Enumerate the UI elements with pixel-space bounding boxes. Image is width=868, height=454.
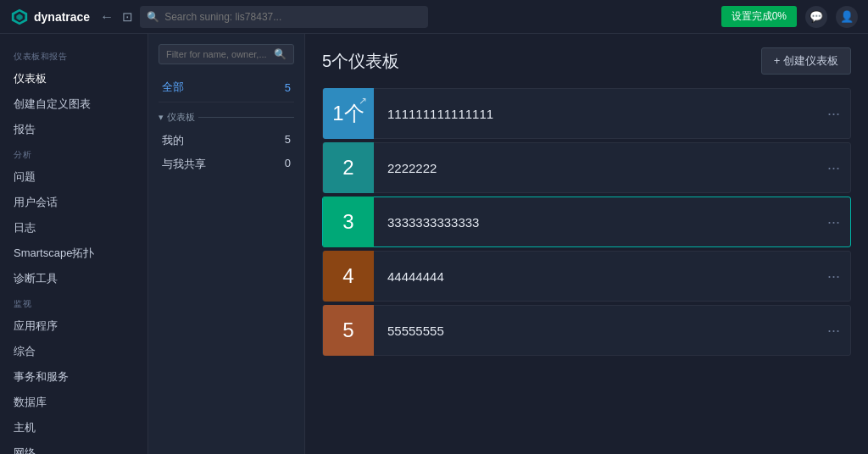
- topbar-nav-icons: ⊡: [122, 9, 133, 25]
- dashboard-menu-icon[interactable]: ···: [817, 213, 850, 231]
- dashboard-number: 4: [342, 264, 353, 288]
- sidebar-section-reports: 仪表板和报告: [0, 44, 147, 66]
- sidebar-item-apps[interactable]: 应用程序: [0, 313, 147, 339]
- filter-all-row[interactable]: 全部 5: [159, 76, 294, 102]
- dashboard-name: 3333333333333: [374, 215, 817, 230]
- dynatrace-logo-icon: [10, 8, 29, 26]
- sidebar-section-monitor: 监视: [0, 291, 147, 313]
- content-area: 🔍 全部 5 ▾ 仪表板 我的 5 与我共享 0: [148, 34, 868, 454]
- sidebar-item-dashboard[interactable]: 仪表板: [0, 66, 147, 91]
- search-bar[interactable]: 🔍: [140, 6, 428, 28]
- sidebar-item-issues[interactable]: 问题: [0, 164, 147, 190]
- sidebar-item-custom-chart[interactable]: 创建自定义图表: [0, 91, 147, 117]
- filter-my-label: 我的: [162, 133, 184, 148]
- sidebar-item-composite[interactable]: 综合: [0, 339, 147, 364]
- dashboard-number: 2: [342, 156, 353, 180]
- left-filter-panel: 🔍 全部 5 ▾ 仪表板 我的 5 与我共享 0: [148, 34, 305, 454]
- dashboard-item[interactable]: 4 44444444 ···: [322, 251, 851, 302]
- monitor-icon[interactable]: ⊡: [122, 9, 133, 25]
- filter-shared-row[interactable]: 与我共享 0: [159, 152, 294, 176]
- sidebar-item-network[interactable]: 网络: [0, 440, 147, 454]
- sidebar-item-database[interactable]: 数据库: [0, 390, 147, 415]
- chevron-down-icon: ▾: [159, 112, 164, 123]
- back-arrow-icon[interactable]: ←: [100, 9, 114, 25]
- dashboard-menu-icon[interactable]: ···: [817, 268, 850, 285]
- filter-shared-label: 与我共享: [162, 157, 206, 172]
- sidebar-item-logs[interactable]: 日志: [0, 215, 147, 241]
- sidebar-item-host[interactable]: 主机: [0, 415, 147, 440]
- right-header: 5个仪表板 + 创建仪表板: [322, 47, 851, 75]
- main-layout: 仪表板和报告 仪表板 创建自定义图表 报告 分析 问题 用户会话 日志 Smar…: [0, 34, 868, 454]
- page-title: 5个仪表板: [322, 50, 399, 73]
- dashboard-item[interactable]: 3 3333333333333 ···: [322, 197, 851, 247]
- filter-search-icon: 🔍: [274, 48, 287, 60]
- dashboard-item[interactable]: 5 55555555 ···: [322, 305, 851, 356]
- sidebar-item-report[interactable]: 报告: [0, 117, 147, 142]
- filter-input-wrap[interactable]: 🔍: [159, 44, 294, 64]
- dashboard-name: 111111111111111: [374, 107, 817, 121]
- dashboard-num-box: 2: [323, 142, 374, 193]
- dashboard-menu-icon[interactable]: ···: [817, 322, 850, 340]
- sidebar-item-diagnostics[interactable]: 诊断工具: [0, 266, 147, 291]
- dashboard-list: 1个 ↗ 111111111111111 ··· 2 2222222 ··· 3…: [322, 88, 851, 356]
- create-dashboard-button[interactable]: + 创建仪表板: [761, 47, 851, 75]
- sidebar-item-transactions[interactable]: 事务和服务: [0, 364, 147, 390]
- dashboard-number: 5: [342, 318, 353, 342]
- filter-all-count: 5: [285, 81, 291, 94]
- filter-my-row[interactable]: 我的 5: [159, 129, 294, 152]
- sidebar-section-analysis: 分析: [0, 142, 147, 164]
- dashboard-num-box: 5: [323, 305, 374, 356]
- user-icon[interactable]: 👤: [836, 6, 858, 28]
- search-input[interactable]: [164, 11, 421, 23]
- sidebar-item-user-sessions[interactable]: 用户会话: [0, 190, 147, 215]
- dashboard-num-box: 1个 ↗: [323, 88, 374, 139]
- dashboard-name: 2222222: [374, 161, 817, 175]
- filter-all-label[interactable]: 全部: [162, 80, 184, 95]
- filter-shared-count: 0: [285, 157, 291, 172]
- logo-text: dynatrace: [34, 10, 90, 24]
- logo: dynatrace: [10, 8, 90, 26]
- filter-dashboards-label: 仪表板: [167, 111, 195, 124]
- dashboard-num-box: 4: [323, 251, 374, 302]
- filter-input[interactable]: [166, 49, 269, 59]
- filter-my-count: 5: [285, 133, 291, 148]
- sidebar: 仪表板和报告 仪表板 创建自定义图表 报告 分析 问题 用户会话 日志 Smar…: [0, 34, 148, 454]
- filter-sub-header: ▾ 仪表板: [159, 111, 294, 124]
- dashboard-menu-icon[interactable]: ···: [817, 159, 850, 177]
- search-icon: 🔍: [147, 11, 159, 23]
- right-panel: 5个仪表板 + 创建仪表板 1个 ↗ 111111111111111 ··· 2…: [305, 34, 868, 454]
- topbar-right: 设置完成0% 💬 👤: [721, 6, 858, 28]
- sidebar-item-smartscape[interactable]: Smartscape拓扑: [0, 241, 147, 266]
- dashboard-item[interactable]: 1个 ↗ 111111111111111 ···: [322, 88, 851, 139]
- chat-icon[interactable]: 💬: [805, 6, 827, 28]
- dashboard-num-box: 3: [323, 197, 374, 247]
- dashboard-name: 55555555: [374, 324, 817, 338]
- filter-dashboards-section: ▾ 仪表板 我的 5 与我共享 0: [159, 111, 294, 176]
- dashboard-icon: ↗: [359, 95, 367, 107]
- topbar: dynatrace ← ⊡ 🔍 设置完成0% 💬 👤: [0, 0, 868, 34]
- dashboard-menu-icon[interactable]: ···: [817, 105, 850, 123]
- setup-button[interactable]: 设置完成0%: [721, 6, 797, 27]
- dashboard-name: 44444444: [374, 269, 817, 284]
- dashboard-item[interactable]: 2 2222222 ···: [322, 142, 851, 193]
- dashboard-number: 3: [342, 210, 353, 234]
